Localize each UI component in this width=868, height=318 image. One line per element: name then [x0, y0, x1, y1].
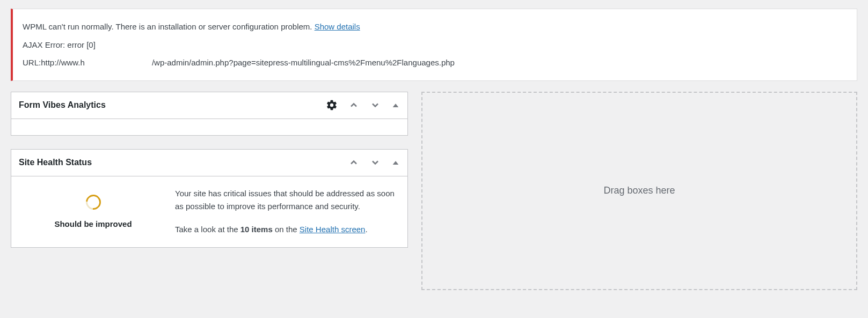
notice-line-3: URL:http://www.h/wp-admin/admin.php?page…	[23, 56, 847, 70]
move-up-icon[interactable]	[348, 100, 359, 110]
url-prefix: URL:http://www.h	[23, 58, 85, 67]
site-health-p2: Take a look at the 10 items on the Site …	[175, 223, 397, 236]
widget-handle-actions	[326, 99, 400, 111]
notice-text-1: WPML can't run normally. There is an ins…	[23, 22, 315, 31]
widgets-dropzone[interactable]: Drag boxes here	[421, 92, 857, 290]
p2-mid: on the	[273, 225, 300, 234]
wpml-error-notice: WPML can't run normally. There is an ins…	[11, 9, 857, 81]
form-vibes-body	[11, 119, 407, 135]
dashboard-widgets-area: Form Vibes Analytics	[0, 92, 868, 301]
form-vibes-analytics-widget: Form Vibes Analytics	[11, 92, 408, 136]
move-down-icon[interactable]	[370, 157, 381, 168]
dashboard-column-left: Form Vibes Analytics	[11, 92, 408, 290]
url-suffix: /wp-admin/admin.php?page=sitepress-multi…	[152, 58, 455, 67]
p2-pre: Take a look at the	[175, 225, 240, 234]
toggle-collapse-icon[interactable]	[391, 101, 400, 109]
toggle-collapse-icon[interactable]	[391, 158, 400, 167]
url-obscured-segment	[85, 58, 152, 67]
widget-title: Form Vibes Analytics	[19, 100, 106, 110]
move-up-icon[interactable]	[348, 157, 359, 168]
site-health-p1: Your site has critical issues that shoul…	[175, 187, 397, 214]
gear-icon[interactable]	[326, 99, 338, 111]
svg-marker-0	[393, 103, 399, 107]
site-health-body: Should be improved Your site has critica…	[11, 176, 407, 247]
site-health-indicator: Should be improved	[22, 187, 164, 236]
widget-handle-actions	[348, 157, 400, 168]
move-down-icon[interactable]	[370, 100, 381, 110]
site-health-description: Your site has critical issues that shoul…	[175, 187, 397, 236]
p2-post: .	[365, 225, 367, 234]
widget-title: Site Health Status	[19, 158, 92, 167]
notice-line-1: WPML can't run normally. There is an ins…	[23, 20, 847, 34]
progress-circle-icon	[83, 191, 104, 212]
dashboard-column-right: Drag boxes here	[421, 92, 857, 290]
site-health-status-label: Should be improved	[54, 219, 132, 228]
svg-marker-1	[393, 161, 399, 165]
widget-header: Form Vibes Analytics	[11, 92, 407, 119]
show-details-link[interactable]: Show details	[315, 22, 360, 31]
dropzone-text: Drag boxes here	[603, 185, 675, 196]
notice-line-2: AJAX Error: error [0]	[23, 38, 847, 52]
p2-items-count: 10 items	[240, 225, 273, 234]
site-health-status-widget: Site Health Status Should be impr	[11, 149, 408, 248]
site-health-screen-link[interactable]: Site Health screen	[300, 225, 366, 234]
widget-header: Site Health Status	[11, 150, 407, 176]
